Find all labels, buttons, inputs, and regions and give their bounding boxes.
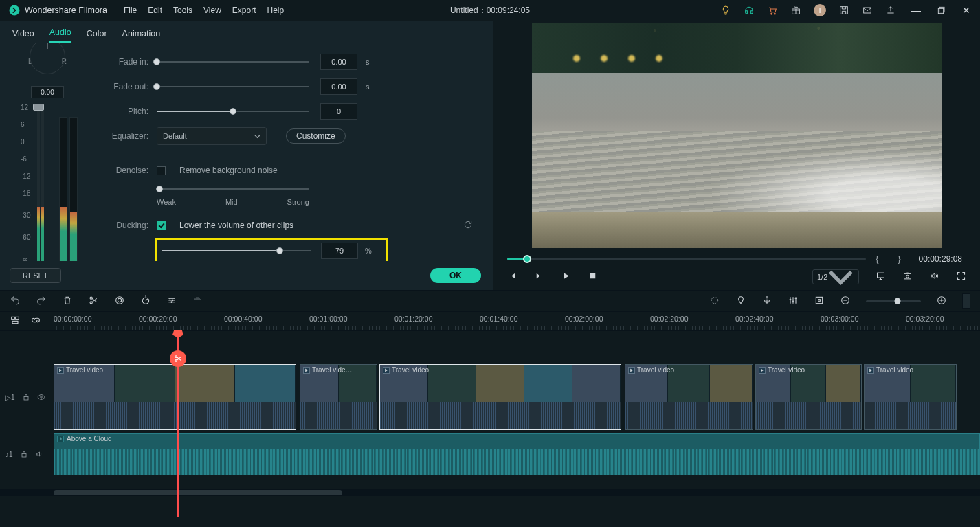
- lock-icon[interactable]: [20, 450, 28, 458]
- zoom-slider[interactable]: [866, 300, 921, 302]
- zoom-in-icon[interactable]: [936, 295, 947, 308]
- video-clip[interactable]: Travel video: [625, 364, 753, 430]
- clip-label: Travel video: [392, 366, 429, 374]
- upload-icon[interactable]: [885, 5, 896, 16]
- prev-frame-button[interactable]: [507, 271, 517, 283]
- avatar[interactable]: T: [814, 4, 826, 16]
- mark-brackets[interactable]: { }: [876, 254, 909, 264]
- render-icon[interactable]: [709, 295, 720, 308]
- tab-color[interactable]: Color: [87, 29, 107, 43]
- audio-sync-icon[interactable]: [192, 295, 203, 308]
- playhead[interactable]: [177, 331, 179, 517]
- video-track[interactable]: Travel videoTravel vide…Travel videoTrav…: [54, 364, 980, 430]
- lock-icon[interactable]: [22, 393, 30, 401]
- minimize-button[interactable]: —: [909, 5, 924, 16]
- delete-icon[interactable]: [62, 295, 73, 308]
- save-icon[interactable]: [838, 5, 849, 16]
- pan-knob[interactable]: [30, 43, 65, 74]
- fade-out-slider[interactable]: [157, 86, 309, 87]
- menu-edit[interactable]: Edit: [148, 5, 162, 15]
- svg-point-16: [711, 297, 717, 303]
- video-clip[interactable]: Travel video: [379, 364, 621, 430]
- time-ruler[interactable]: 00:00:00:0000:00:20:0000:00:40:0000:01:0…: [54, 312, 980, 330]
- video-clip[interactable]: Travel video: [54, 364, 296, 430]
- tab-animation[interactable]: Animation: [122, 29, 161, 43]
- voiceover-icon[interactable]: [761, 295, 772, 308]
- display-icon[interactable]: [876, 271, 886, 283]
- clip-label: Travel video: [66, 366, 103, 374]
- svg-rect-5: [864, 8, 871, 13]
- link-icon[interactable]: [30, 315, 41, 328]
- cart-icon[interactable]: [767, 5, 778, 16]
- next-frame-button[interactable]: [534, 271, 544, 283]
- equalizer-select[interactable]: Default: [157, 127, 267, 145]
- volume-fader[interactable]: 12 6 0 -6 -12 -18 -30 -60 -∞: [10, 105, 85, 261]
- speaker-icon[interactable]: [35, 450, 43, 458]
- fade-in-slider[interactable]: [157, 61, 309, 63]
- audio-clip[interactable]: ♪ Above a Cloud: [54, 433, 980, 475]
- playhead-scissors-icon[interactable]: [170, 350, 186, 367]
- maximize-button[interactable]: [936, 5, 947, 16]
- pitch-value[interactable]: 0: [320, 103, 357, 120]
- pan-value[interactable]: 0.00: [31, 86, 64, 98]
- redo-icon[interactable]: [36, 295, 47, 308]
- fullscreen-icon[interactable]: [956, 271, 966, 283]
- undo-icon[interactable]: [10, 295, 21, 308]
- reset-button[interactable]: RESET: [10, 268, 61, 283]
- menu-file[interactable]: File: [124, 5, 137, 15]
- fade-out-value[interactable]: 0.00: [320, 78, 357, 95]
- clip-label: Travel video: [768, 366, 805, 374]
- crop-icon[interactable]: [114, 295, 125, 308]
- ruler-time-label: 00:00:00:00: [54, 315, 91, 323]
- menu-tools[interactable]: Tools: [173, 5, 192, 15]
- ducking-value[interactable]: 79: [321, 243, 358, 259]
- mail-icon[interactable]: [862, 5, 873, 16]
- fade-in-value[interactable]: 0.00: [320, 54, 357, 70]
- tab-video[interactable]: Video: [12, 29, 34, 43]
- adjust-icon[interactable]: [166, 295, 177, 308]
- menu-help[interactable]: Help: [267, 5, 284, 15]
- ruler-time-label: 00:02:20:00: [650, 315, 688, 323]
- lightbulb-icon[interactable]: [720, 5, 731, 16]
- close-button[interactable]: ✕: [959, 5, 973, 16]
- chevron-down-icon: [827, 264, 854, 291]
- video-clip[interactable]: Travel video: [864, 364, 957, 430]
- svg-point-28: [40, 396, 42, 399]
- menu-export[interactable]: Export: [232, 5, 256, 15]
- speed-icon[interactable]: [140, 295, 151, 308]
- svg-point-0: [10, 5, 20, 16]
- ok-button[interactable]: OK: [430, 268, 481, 283]
- video-clip[interactable]: Travel vide…: [300, 364, 377, 430]
- tab-audio[interactable]: Audio: [49, 27, 71, 43]
- preview-monitor[interactable]: [532, 23, 942, 248]
- headset-icon[interactable]: [744, 5, 755, 16]
- denoise-weak-label: Weak: [157, 198, 176, 206]
- mixer-icon[interactable]: [788, 295, 799, 308]
- menu-view[interactable]: View: [203, 5, 221, 15]
- ducking-checkbox[interactable]: [157, 221, 166, 230]
- zoom-out-icon[interactable]: [840, 295, 851, 308]
- stop-button[interactable]: [588, 271, 598, 283]
- split-icon[interactable]: [88, 295, 99, 308]
- ducking-reset-icon[interactable]: [463, 220, 473, 232]
- timeline-scroll-thumb[interactable]: [962, 293, 970, 309]
- preview-progress[interactable]: [507, 258, 866, 260]
- svg-point-14: [116, 296, 124, 304]
- keyframe-icon[interactable]: [814, 295, 825, 308]
- track-manager-icon[interactable]: [10, 315, 21, 328]
- customize-button[interactable]: Customize: [286, 128, 346, 144]
- preview-quality-select[interactable]: 1/2: [812, 269, 859, 284]
- pitch-slider[interactable]: [157, 111, 309, 112]
- marker-icon[interactable]: [735, 295, 746, 308]
- play-button[interactable]: [561, 271, 571, 283]
- eye-icon[interactable]: [37, 393, 45, 401]
- video-clip[interactable]: Travel video: [755, 364, 862, 430]
- gift-icon[interactable]: [790, 5, 801, 16]
- audio-track[interactable]: ♪ Above a Cloud: [54, 433, 980, 475]
- ducking-slider[interactable]: [162, 250, 311, 251]
- denoise-checkbox[interactable]: [157, 166, 166, 175]
- volume-icon[interactable]: [929, 271, 939, 283]
- timeline-horizontal-scrollbar[interactable]: [0, 489, 980, 496]
- denoise-slider[interactable]: [157, 188, 309, 190]
- snapshot-icon[interactable]: [902, 271, 913, 283]
